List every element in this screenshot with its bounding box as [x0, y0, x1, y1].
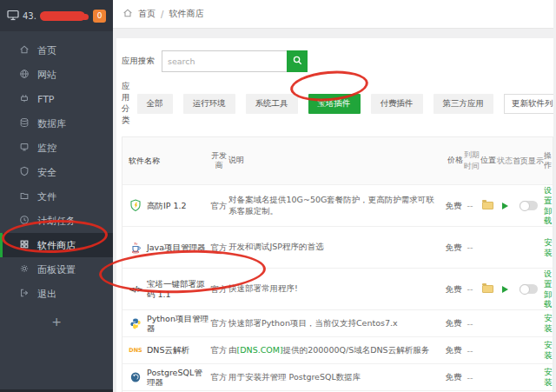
table-row[interactable]: </> 宝塔一键部署源码 1.1 官方 快速部署常用程序! 免费 -- 设置卸载: [122, 268, 553, 309]
price: 免费: [445, 318, 462, 329]
sidebar-item-settings[interactable]: 面板设置: [0, 257, 113, 282]
col-location: 位置: [480, 156, 497, 165]
tab-thirdparty[interactable]: 第三方应用: [434, 94, 494, 114]
sidebar-item-label: 安全: [37, 166, 56, 179]
action-links[interactable]: 安装: [544, 237, 553, 258]
software-name: Java项目管理器: [147, 243, 206, 252]
col-expire: 到期时间: [464, 149, 480, 172]
home-icon: [19, 44, 30, 57]
table-row[interactable]: 高防IP 1.2 官方 对备案域名提供10G~50G套餐防护，更高防护需求可联系…: [122, 184, 553, 226]
price: 免费: [445, 201, 462, 211]
update-software-list-button[interactable]: 更新软件列表: [504, 94, 553, 114]
sidebar-item-label: 软件商店: [37, 239, 76, 252]
play-icon: [502, 286, 508, 293]
description: 快速部署常用程序!: [228, 283, 445, 294]
action-links[interactable]: 设置卸载: [544, 269, 553, 310]
sidebar-item-label: 网站: [37, 69, 56, 82]
sidebar-item-appstore[interactable]: 软件商店: [0, 233, 113, 257]
search-input[interactable]: [162, 50, 287, 72]
category-label: 应用分类: [122, 81, 130, 126]
expire-time: --: [462, 243, 478, 252]
action-links[interactable]: 安装: [544, 367, 553, 388]
software-name: DNS云解析: [147, 345, 189, 355]
software-name: 宝塔一键部署源码 1.1: [147, 279, 209, 299]
sidebar-item-security[interactable]: 安全: [0, 160, 113, 184]
grid-icon: [19, 239, 30, 252]
appstore-card: 应用搜索 应用分类 全部 运行环境 系统工具 宝塔插件 付费插件 第三方应用 更…: [116, 38, 553, 392]
action-links[interactable]: 安装: [544, 313, 553, 334]
sidebar-item-label: FTP: [37, 94, 55, 105]
tab-systools[interactable]: 系统工具: [246, 94, 298, 114]
sidebar-item-label: 面板设置: [37, 263, 76, 276]
server-titlebar: 43. 0: [0, 0, 113, 31]
breadcrumb-separator: /: [161, 10, 163, 19]
price: 免费: [445, 345, 462, 355]
sidebar-item-files[interactable]: 文件: [0, 184, 113, 209]
search-label: 应用搜索: [122, 56, 155, 67]
sidebar-item-monitor[interactable]: 监控: [0, 136, 113, 160]
homepage-toggle[interactable]: [520, 284, 538, 294]
folder-icon: [19, 190, 30, 203]
description: 开发和调试JSP程序的首选: [228, 242, 445, 252]
main-area: 首页 / 软件商店 应用搜索 应用分类 全部 运行环境 系统工具 宝塔插件 付费…: [113, 0, 556, 392]
notification-badge[interactable]: 0: [93, 10, 106, 23]
developer: 官方: [209, 201, 228, 211]
expire-time: --: [462, 284, 478, 294]
sidebar-item-label: 计划任务: [37, 215, 76, 228]
col-price: 价格: [447, 156, 464, 165]
screen-icon: [19, 142, 30, 155]
table-row[interactable]: Java项目管理器 官方 开发和调试JSP程序的首选 免费 -- 安装: [122, 226, 553, 268]
desc-link[interactable]: [DNS.COM]: [237, 345, 283, 355]
table-row[interactable]: Python项目管理器 官方 快速部署Python项目，当前仅支持Centos7…: [122, 309, 553, 336]
python-icon: [129, 316, 142, 330]
software-name: Python项目管理器: [147, 314, 209, 334]
folder-icon[interactable]: [482, 285, 493, 293]
description: 用于安装并管理 PostgreSQL数据库: [228, 372, 445, 382]
add-shortcut-button[interactable]: +: [0, 315, 113, 329]
table-row[interactable]: PostgreSQL管理器 官方 用于安装并管理 PostgreSQL数据库 免…: [122, 363, 553, 390]
globe-icon: [19, 69, 30, 82]
sidebar-item-database[interactable]: 数据库: [0, 111, 113, 136]
col-description: 说明: [228, 156, 447, 166]
col-software-name: 软件名称: [122, 156, 209, 167]
developer: 官方: [209, 372, 228, 382]
col-actions: 操作: [544, 151, 553, 171]
sidebar-item-label: 退出: [37, 288, 56, 301]
sidebar-item-label: 监控: [37, 142, 56, 155]
server-ip: 43.: [23, 11, 36, 21]
folder-icon[interactable]: [482, 202, 493, 209]
sidebar-menu: 首页 网站 FTP 数据库 监控 安全 文件 计划任务: [0, 31, 113, 329]
gear-icon: [19, 263, 30, 276]
breadcrumb-home[interactable]: 首页: [138, 8, 156, 20]
col-homepage-show: 首页显示: [513, 156, 544, 165]
sidebar-item-website[interactable]: 网站: [0, 63, 113, 87]
sidebar-item-ftp[interactable]: FTP: [0, 87, 113, 111]
sidebar-item-logout[interactable]: 退出: [0, 282, 113, 306]
action-links[interactable]: 设置卸载: [544, 185, 553, 227]
search-icon: [293, 55, 302, 68]
tab-bt-plugins[interactable]: 宝塔插件: [308, 94, 361, 114]
search-button[interactable]: [287, 50, 308, 72]
breadcrumb-current: 软件商店: [169, 8, 203, 20]
developer: 官方: [209, 345, 228, 355]
homepage-toggle[interactable]: [520, 201, 538, 210]
table-row[interactable]: DNS DNS云解析 官方 由[DNS.COM]提供的200000Q/S域名DN…: [122, 336, 553, 363]
sidebar-item-cron[interactable]: 计划任务: [0, 209, 113, 233]
description: 快速部署Python项目，当前仅支持Centos7.x: [228, 318, 445, 329]
sidebar-item-label: 数据库: [37, 117, 66, 130]
software-table: 软件名称 开发商 说明 价格 到期时间 位置 状态 首页显示 操作 高防IP 1…: [122, 136, 553, 392]
price: 免费: [445, 284, 462, 295]
expire-time: --: [462, 373, 478, 382]
tab-all[interactable]: 全部: [137, 94, 173, 114]
tab-runtime[interactable]: 运行环境: [183, 94, 235, 114]
action-links[interactable]: 安装: [544, 340, 553, 361]
price: 免费: [445, 243, 462, 253]
sidebar-item-label: 首页: [37, 44, 56, 57]
tab-paid-plugins[interactable]: 付费插件: [371, 94, 423, 114]
dns-icon: DNS: [129, 343, 142, 357]
sidebar-item-home[interactable]: 首页: [0, 38, 113, 63]
monitor-icon: [7, 8, 19, 24]
sidebar: 43. 0 首页 网站 FTP 数据库 监控 安全 文件: [0, 0, 113, 392]
plug-icon: [19, 93, 30, 106]
col-status: 状态: [497, 156, 513, 167]
